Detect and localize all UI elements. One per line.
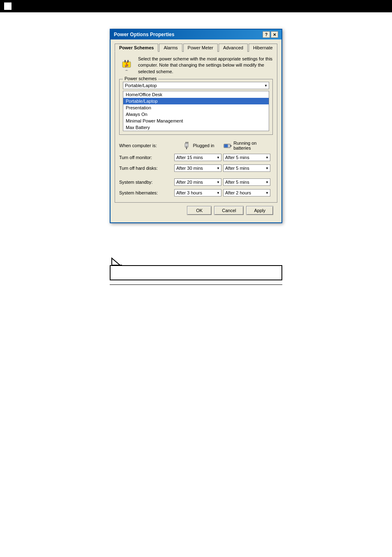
svg-rect-2 <box>127 60 129 62</box>
info-section: Select the power scheme with the most ap… <box>119 56 273 75</box>
setting-label-hibernate: System hibernates: <box>119 190 173 195</box>
svg-rect-11 <box>231 145 232 147</box>
hibernate-battery-select[interactable]: After 1 hour After 2 hours After 3 hours… <box>223 189 270 196</box>
tab-power-schemes[interactable]: Power Schemes <box>115 44 158 52</box>
settings-rows: Turn off monitor: After 1 min After 2 mi… <box>119 152 273 198</box>
info-text: Select the power scheme with the most ap… <box>138 56 273 75</box>
standby-pluggedin-dropdown-wrapper[interactable]: After 1 min After 5 mins After 10 mins A… <box>174 178 221 186</box>
setting-row-standby: System standby: After 1 min After 5 mins… <box>119 177 273 187</box>
tab-advanced[interactable]: Advanced <box>219 44 248 52</box>
setting-label-harddisks: Turn off hard disks: <box>119 166 173 171</box>
scheme-dropdown[interactable]: Home/Office Desk Portable/Laptop Present… <box>123 82 269 89</box>
callout-area <box>110 256 282 285</box>
title-bar-square <box>4 2 12 10</box>
power-schemes-group: Power schemes Home/Office Desk Portable/… <box>119 79 273 135</box>
scheme-dropdown-wrapper[interactable]: Home/Office Desk Portable/Laptop Present… <box>123 82 269 89</box>
monitor-pluggedin-dropdown-wrapper[interactable]: After 1 min After 2 mins After 5 mins Af… <box>174 154 221 161</box>
when-computer-label: When computer is: <box>119 143 173 148</box>
callout-text <box>115 270 116 275</box>
power-schemes-group-label: Power schemes <box>123 76 158 81</box>
dialog-title: Power Options Properties <box>114 32 174 37</box>
when-computer-row: When computer is: Plugged in <box>119 139 273 152</box>
page-content: Power Options Properties ? ✕ Power Schem… <box>0 12 392 293</box>
hibernate-pluggedin-select[interactable]: After 1 hour After 2 hours After 3 hours… <box>174 189 221 196</box>
tab-content-power-schemes: Select the power scheme with the most ap… <box>115 51 277 203</box>
plugged-in-text: Plugged in <box>193 143 214 148</box>
standby-pluggedin-select[interactable]: After 1 min After 5 mins After 10 mins A… <box>174 178 221 186</box>
tab-alarms[interactable]: Alarms <box>159 44 182 52</box>
title-bar <box>0 0 392 12</box>
scheme-list-item-portable[interactable]: Portable/Laptop <box>123 98 269 104</box>
dialog-title-bar: Power Options Properties ? ✕ <box>111 30 281 39</box>
plugged-in-header: Plugged in <box>174 141 221 150</box>
setting-row-monitor: Turn off monitor: After 1 min After 2 mi… <box>119 152 273 163</box>
ok-button[interactable]: OK <box>187 206 212 215</box>
divider-line <box>110 284 282 285</box>
scheme-dropdown-list: Home/Office Desk Portable/Laptop Present… <box>123 91 269 131</box>
callout-arrow-icon <box>110 256 126 265</box>
power-options-dialog: Power Options Properties ? ✕ Power Schem… <box>110 29 282 223</box>
harddisks-pluggedin-select[interactable]: After 5 mins After 10 mins After 15 mins… <box>174 164 221 172</box>
cancel-button[interactable]: Cancel <box>214 206 244 215</box>
setting-row-harddisks: Turn off hard disks: After 5 mins After … <box>119 163 273 173</box>
callout-container <box>110 256 282 280</box>
power-plug-icon <box>119 56 134 71</box>
tab-bar: Power Schemes Alarms Power Meter Advance… <box>115 44 277 52</box>
monitor-pluggedin-select[interactable]: After 1 min After 2 mins After 5 mins Af… <box>174 154 221 161</box>
battery-text: Running on batteries <box>233 141 270 150</box>
monitor-battery-dropdown-wrapper[interactable]: After 1 min After 2 mins After 5 mins Af… <box>223 154 270 161</box>
dialog-body: Power Schemes Alarms Power Meter Advance… <box>111 39 281 222</box>
scheme-list-item-minimal[interactable]: Minimal Power Management <box>123 118 269 124</box>
hibernate-pluggedin-dropdown-wrapper[interactable]: After 1 hour After 2 hours After 3 hours… <box>174 189 221 196</box>
dialog-title-controls: ? ✕ <box>263 31 278 38</box>
svg-rect-12 <box>224 145 228 148</box>
scheme-list-item-presentation[interactable]: Presentation <box>123 104 269 111</box>
monitor-battery-select[interactable]: After 1 min After 2 mins After 5 mins Af… <box>223 154 270 161</box>
callout-box <box>110 265 282 280</box>
battery-header: Running on batteries <box>223 141 270 150</box>
dialog-footer: OK Cancel Apply <box>115 203 277 218</box>
battery-icon <box>223 141 232 150</box>
scheme-list-item-maxbattery[interactable]: Max Battery <box>123 124 269 131</box>
scheme-list-item-alwayson[interactable]: Always On <box>123 111 269 118</box>
svg-marker-13 <box>112 258 120 265</box>
hibernate-battery-dropdown-wrapper[interactable]: After 1 hour After 2 hours After 3 hours… <box>223 189 270 196</box>
setting-row-hibernate: System hibernates: After 1 hour After 2 … <box>119 187 273 198</box>
tab-power-meter[interactable]: Power Meter <box>183 44 218 52</box>
svg-rect-1 <box>125 60 126 62</box>
svg-rect-7 <box>187 142 188 143</box>
setting-label-standby: System standby: <box>119 180 173 185</box>
svg-rect-6 <box>186 142 187 143</box>
setting-label-monitor: Turn off monitor: <box>119 155 173 160</box>
harddisks-pluggedin-dropdown-wrapper[interactable]: After 5 mins After 10 mins After 15 mins… <box>174 164 221 172</box>
spacer1 <box>119 173 273 177</box>
tab-hibernate[interactable]: Hibernate <box>249 44 277 52</box>
help-button[interactable]: ? <box>263 31 270 38</box>
close-button[interactable]: ✕ <box>271 31 278 38</box>
standby-battery-select[interactable]: After 1 min After 2 mins After 5 mins Af… <box>223 178 270 186</box>
plugged-in-icon <box>182 141 191 150</box>
standby-battery-dropdown-wrapper[interactable]: After 1 min After 2 mins After 5 mins Af… <box>223 178 270 186</box>
svg-rect-8 <box>186 146 187 148</box>
scheme-list-item-homeoffice[interactable]: Home/Office Desk <box>123 91 269 98</box>
harddisks-battery-dropdown-wrapper[interactable]: After 1 min After 2 mins After 5 mins Af… <box>223 164 270 172</box>
harddisks-battery-select[interactable]: After 1 min After 2 mins After 5 mins Af… <box>223 164 270 172</box>
apply-button[interactable]: Apply <box>246 206 273 215</box>
